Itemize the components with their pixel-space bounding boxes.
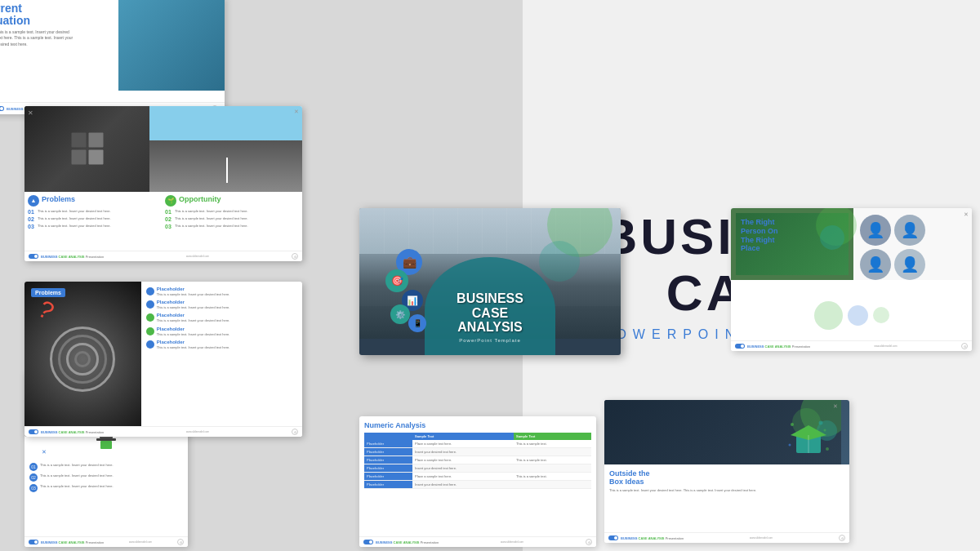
rp-url: www.slidemodel.com xyxy=(875,344,898,348)
ph-content-3: Placeholder This is a sample text. Inser… xyxy=(157,313,297,322)
slide2-close: ✕ xyxy=(294,109,299,115)
box-icon xyxy=(788,420,829,460)
outside-header: ✕ xyxy=(604,400,849,464)
slide2-road xyxy=(149,106,302,192)
slide2-footer: BUSINESS CASE ANALYSIS Presentation www.… xyxy=(24,251,302,261)
opp-num-1: 01 xyxy=(165,209,173,215)
row-label-6: Placeholder xyxy=(364,481,412,489)
ph-circle-5 xyxy=(146,340,154,349)
avatar-1: 👤 xyxy=(860,215,891,246)
table-row: Placeholder Insert your desired text her… xyxy=(364,448,591,456)
outside-footer: BUSINESS CASE ANALYSIS Presentation www.… xyxy=(604,532,849,543)
row-val1-4: Insert your desired text here. xyxy=(412,464,514,473)
numeric-brand: BUSINESS CASE ANALYSIS Presentation xyxy=(376,540,439,544)
avatar-2: 👤 xyxy=(894,215,925,246)
numeric-footer: BUSINESS CASE ANALYSIS Presentation www.… xyxy=(359,536,596,547)
slide-main[interactable]: 💼 🎯 📊 ⚙️ 📱 BUSINESS CASE ANALYSIS PowerP… xyxy=(359,208,621,355)
row-val1-6: Insert your desired text here. xyxy=(412,481,514,489)
svg-point-15 xyxy=(791,423,794,426)
table-row: Placeholder Place a sample text here. Th… xyxy=(364,456,591,464)
ph-title-5: Placeholder xyxy=(157,340,297,344)
row-label-4: Placeholder xyxy=(364,464,412,473)
rp-toggle xyxy=(735,344,745,349)
ph-circle-1 xyxy=(146,287,154,295)
slide-problems-maze[interactable]: ? Problems Placeholder This is a sample … xyxy=(24,282,302,437)
problem-num-2: 02 xyxy=(28,216,36,222)
opp-row-3: 03 This is a sample text. Insert your de… xyxy=(165,224,299,229)
slide3-right: Placeholder This is a sample text. Inser… xyxy=(141,282,302,437)
slide3-content: ? Problems Placeholder This is a sample … xyxy=(24,282,302,437)
ph-text-1: This is a sample text. Insert your desir… xyxy=(157,292,297,296)
slide2-zoom-icon: ⊙ xyxy=(292,253,298,260)
bulb-item-3: 03 This is a sample text. Insert your de… xyxy=(29,484,183,492)
slide1-image xyxy=(118,0,225,91)
ph-row-5: Placeholder This is a sample text. Inser… xyxy=(146,340,297,349)
slide2-content: ✕ ✕ ▲ Problems 01 This is a sample text.… xyxy=(24,106,302,261)
problem-row-1: 01 This is a sample text. Insert your de… xyxy=(28,209,162,215)
maze-circles xyxy=(50,327,115,392)
problem-row-2: 02 This is a sample text. Insert your de… xyxy=(28,216,162,222)
rp-body-circle-3 xyxy=(873,307,889,323)
main-text-block: BUSINESS CASE ANALYSIS PowerPoint Templa… xyxy=(421,291,559,343)
problems-badge: Problems xyxy=(31,288,65,297)
outside-footer-left: BUSINESS CASE ANALYSIS Presentation xyxy=(608,535,684,540)
problem-text-3: This is a sample text. Insert your desir… xyxy=(38,224,111,228)
col-header-2: Sample Text xyxy=(514,433,591,440)
slide3-brand: BUSINESS CASE ANALYSIS Presentation xyxy=(41,430,104,434)
numeric-title: Numeric Analysis xyxy=(364,421,591,429)
slide-problems-opportunity[interactable]: ✕ ✕ ▲ Problems 01 This is a sample text.… xyxy=(24,106,302,261)
rp-close: ✕ xyxy=(964,211,969,218)
bulb-num-3: 03 xyxy=(29,484,38,492)
slide-outside-box[interactable]: ✕ Outside the Box Ideas This is a sample… xyxy=(604,400,849,543)
opp-num-3: 03 xyxy=(165,224,173,229)
slide3-maze: ? Problems xyxy=(24,282,141,437)
row-val1-1: Place a sample text here. xyxy=(412,440,514,448)
avatar-4: 👤 xyxy=(894,249,925,280)
x-mark-3: ✕ xyxy=(42,449,47,455)
outside-title: Outside the Box Ideas xyxy=(609,469,844,486)
slide3-url: www.slidemodel.com xyxy=(186,430,209,433)
svg-rect-6 xyxy=(100,441,112,449)
outside-content: ✕ Outside the Box Ideas This is a sample… xyxy=(604,400,849,543)
rp-footer: BUSINESS CASE ANALYSIS Presentation www.… xyxy=(731,340,972,351)
ph-circle-4 xyxy=(146,327,154,335)
ph-row-1: Placeholder This is a sample text. Inser… xyxy=(146,287,297,296)
problem-text-1: This is a sample text. Insert your desir… xyxy=(38,209,111,213)
ph-text-5: This is a sample text. Insert your desir… xyxy=(157,345,297,349)
slide-right-person[interactable]: The Right Person On The Right Place 👤 👤 … xyxy=(731,208,972,351)
rp-body-circle-2 xyxy=(848,305,868,326)
row-val2-2 xyxy=(514,448,591,456)
rp-content: The Right Person On The Right Place 👤 👤 … xyxy=(731,208,972,351)
outside-close: ✕ xyxy=(833,403,838,410)
outside-body: Outside the Box Ideas This is a sample t… xyxy=(604,464,849,543)
slide2-footer-left: BUSINESS CASE ANALYSIS Presentation xyxy=(29,254,104,259)
slide2-problems-panel: ▲ Problems 01 This is a sample text. Ins… xyxy=(28,195,162,259)
slide2-header: ✕ ✕ xyxy=(24,106,302,192)
svg-point-19 xyxy=(826,447,829,451)
bulb-url: www.slidemodel.com xyxy=(129,540,152,544)
ph-circle-2 xyxy=(146,300,154,309)
problems-title: Problems xyxy=(42,195,75,203)
row-label-3: Placeholder xyxy=(364,456,412,464)
slide2-brand: BUSINESS CASE ANALYSIS Presentation xyxy=(41,255,104,259)
table-row: Placeholder Insert your desired text her… xyxy=(364,464,591,473)
bulb-footer: BUSINESS CASE ANALYSIS Presentation www.… xyxy=(24,536,188,547)
row-val2-3: This is a sample text. xyxy=(514,456,591,464)
slide1-toggle xyxy=(0,106,4,111)
ph-text-4: This is a sample text. Insert your desir… xyxy=(157,332,297,336)
deco-circle-teal xyxy=(539,241,580,282)
table-row: Placeholder Insert your desired text her… xyxy=(364,481,591,489)
bulb-text-1: This is a sample text. Insert your desir… xyxy=(40,463,114,468)
rp-header: The Right Person On The Right Place 👤 👤 … xyxy=(731,208,972,280)
row-label-1: Placeholder xyxy=(364,440,412,448)
slide-top-partial[interactable]: rrentuation This is a sample text. Inser… xyxy=(0,0,225,114)
avatar-grid: 👤 👤 👤 👤 xyxy=(857,211,929,283)
bulb-item-1: 01 This is a sample text. Insert your de… xyxy=(29,463,183,471)
bulb-num-1: 01 xyxy=(29,463,38,471)
svg-rect-4 xyxy=(96,438,116,441)
row-val1-2: Insert your desired text here. xyxy=(412,448,514,456)
slide3-toggle xyxy=(29,429,38,434)
slide2-url: www.slidemodel.com xyxy=(186,255,209,258)
slide-numeric[interactable]: Numeric Analysis Sample Text Sample Text… xyxy=(359,416,596,547)
main-slide-title: BUSINESS CASE ANALYSIS xyxy=(421,291,559,335)
